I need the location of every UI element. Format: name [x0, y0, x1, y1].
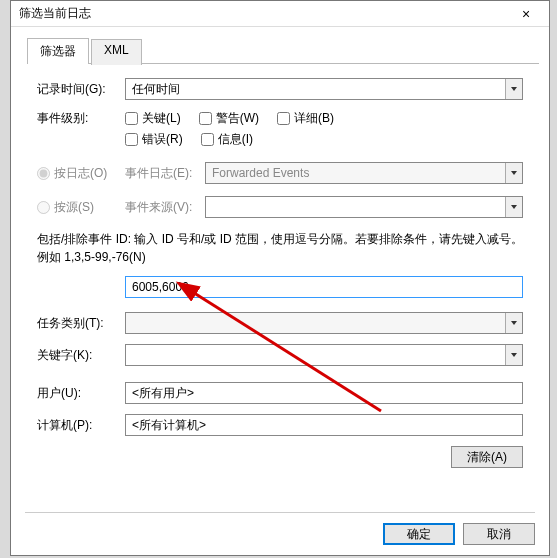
checkbox-information[interactable]: [201, 133, 214, 146]
task-category-dropdown: [125, 312, 523, 334]
divider: [25, 512, 535, 513]
help-text: 包括/排除事件 ID: 输入 ID 号和/或 ID 范围，使用逗号分隔。若要排除…: [37, 230, 523, 266]
computer-input[interactable]: [125, 414, 523, 436]
cancel-button[interactable]: 取消: [463, 523, 535, 545]
label-error: 错误(R): [142, 131, 183, 148]
label-by-source: 按源(S): [54, 199, 94, 216]
label-user: 用户(U):: [37, 385, 125, 402]
label-logged: 记录时间(G):: [37, 81, 125, 98]
chevron-down-icon: [511, 321, 517, 325]
checkbox-error[interactable]: [125, 133, 138, 146]
radio-by-source: [37, 201, 50, 214]
close-icon: ×: [522, 6, 530, 22]
keywords-dropdown[interactable]: [125, 344, 523, 366]
radio-by-source-wrap: 按源(S): [37, 199, 125, 216]
close-button[interactable]: ×: [507, 4, 545, 24]
label-event-log: 事件日志(E):: [125, 165, 205, 182]
label-information: 信息(I): [218, 131, 253, 148]
event-log-value: Forwarded Events: [212, 166, 309, 180]
label-task-category: 任务类别(T):: [37, 315, 125, 332]
content-area: 记录时间(G): 任何时间 事件级别: 关键(L) 警告(W) 详细(B): [11, 64, 549, 478]
label-level: 事件级别:: [37, 110, 125, 127]
label-keywords: 关键字(K):: [37, 347, 125, 364]
ok-button[interactable]: 确定: [383, 523, 455, 545]
checkbox-verbose[interactable]: [277, 112, 290, 125]
tab-filter[interactable]: 筛选器: [27, 38, 89, 64]
logged-dropdown[interactable]: 任何时间: [125, 78, 523, 100]
footer: 确定 取消: [383, 523, 535, 545]
event-source-dropdown[interactable]: [205, 196, 523, 218]
filter-dialog: 筛选当前日志 × 筛选器 XML 记录时间(G): 任何时间 事件级别: 关键(…: [10, 0, 550, 556]
chevron-down-icon: [511, 87, 517, 91]
chevron-down-icon: [511, 171, 517, 175]
radio-by-log: [37, 167, 50, 180]
label-warning: 警告(W): [216, 110, 259, 127]
label-computer: 计算机(P):: [37, 417, 125, 434]
checkbox-warning[interactable]: [199, 112, 212, 125]
label-by-log: 按日志(O): [54, 165, 107, 182]
logged-value: 任何时间: [132, 81, 180, 98]
user-input[interactable]: [125, 382, 523, 404]
label-critical: 关键(L): [142, 110, 181, 127]
dialog-title: 筛选当前日志: [19, 5, 91, 22]
chevron-down-icon: [511, 353, 517, 357]
event-log-dropdown: Forwarded Events: [205, 162, 523, 184]
clear-button[interactable]: 清除(A): [451, 446, 523, 468]
tab-bar: 筛选器 XML: [27, 37, 539, 64]
label-event-source: 事件来源(V):: [125, 199, 205, 216]
radio-by-log-wrap: 按日志(O): [37, 165, 125, 182]
label-verbose: 详细(B): [294, 110, 334, 127]
event-id-input[interactable]: [125, 276, 523, 298]
checkbox-critical[interactable]: [125, 112, 138, 125]
chevron-down-icon: [511, 205, 517, 209]
titlebar: 筛选当前日志 ×: [11, 1, 549, 27]
tab-xml[interactable]: XML: [91, 39, 142, 65]
